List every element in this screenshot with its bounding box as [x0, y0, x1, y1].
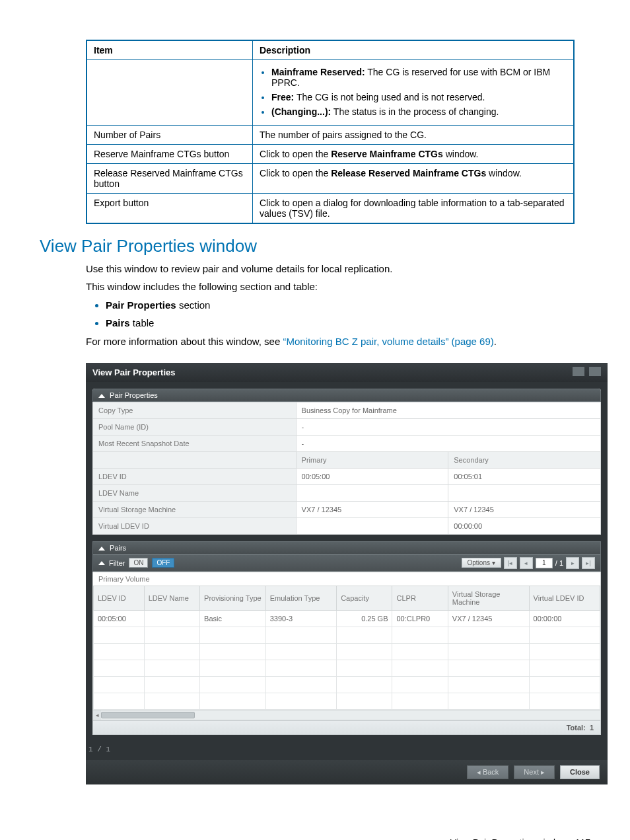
options-button[interactable]: Options ▾ [462, 558, 501, 568]
filter-label: Filter [109, 559, 125, 567]
horizontal-scrollbar[interactable]: ◂ [93, 710, 600, 720]
intro-p2: This window includes the following secti… [86, 280, 590, 295]
value-vsm-secondary: VX7 / 12345 [448, 501, 601, 517]
cell-item-empty [87, 60, 253, 126]
intro-li2: Pairs table [106, 316, 590, 331]
filter-off-button[interactable]: OFF [152, 558, 174, 568]
pairs-header[interactable]: Pairs [92, 541, 601, 554]
back-button[interactable]: ◂ Back [467, 765, 509, 779]
label-ldev-id: LDEV ID [93, 468, 297, 484]
label-pool: Pool Name (ID) [93, 418, 297, 435]
page-next-button[interactable]: ▸ [566, 557, 579, 569]
section-title: View Pair Properties window [40, 236, 590, 256]
table-row [94, 627, 600, 643]
page-total: / 1 [555, 559, 563, 567]
value-ldev-name-secondary [448, 484, 601, 501]
label-snapshot-date: Most Recent Snapshot Date [93, 435, 297, 451]
cell-item: Number of Pairs [87, 126, 253, 145]
intro-p3: For more information about this window, … [86, 334, 590, 350]
filter-toggle-icon[interactable] [98, 561, 105, 565]
pairs-grid: LDEV ID LDEV Name Provisioning Type Emul… [93, 586, 600, 710]
col-capacity[interactable]: Capacity [337, 586, 392, 610]
collapse-icon [98, 394, 105, 398]
col-emul-type[interactable]: Emulation Type [265, 586, 336, 610]
grid-caption: Primary Volume [93, 572, 600, 586]
label-copy-type: Copy Type [93, 402, 297, 418]
cell-item: Export button [87, 194, 253, 224]
table-row [94, 643, 600, 660]
cell-item: Release Reserved Mainframe CTGs button [87, 164, 253, 194]
table-row [94, 693, 600, 709]
page-footer: View Pair Properties window 117 [40, 837, 590, 841]
cell-item: Reserve Mainframe CTGs button [87, 145, 253, 164]
col-clpr[interactable]: CLPR [392, 586, 448, 610]
pair-properties-table: Copy Type Business Copy for Mainframe Po… [92, 402, 601, 535]
value-ldev-id-secondary: 00:05:01 [448, 468, 601, 484]
col-ldev-id[interactable]: LDEV ID [94, 586, 145, 610]
value-pool: - [296, 418, 600, 435]
value-vsm-primary: VX7 / 12345 [296, 501, 448, 517]
col-desc-header: Description [253, 40, 575, 60]
close-button[interactable]: Close [560, 765, 600, 779]
next-button[interactable]: Next ▸ [514, 765, 555, 779]
pair-properties-header[interactable]: Pair Properties [92, 389, 601, 402]
window-title: View Pair Properties [92, 367, 176, 377]
page-prev-button[interactable]: ◂ [520, 557, 533, 569]
cell-desc: The number of pairs assigned to the CG. [253, 126, 575, 145]
col-prov-type[interactable]: Provisioning Type [200, 586, 266, 610]
label-ldev-name: LDEV Name [93, 484, 297, 501]
header-primary: Primary [296, 451, 448, 468]
page-indicator: 1 / 1 [86, 742, 608, 760]
cell-desc: Click to open the Release Reserved Mainf… [253, 164, 575, 194]
intro-li1: Pair Properties section [106, 298, 590, 313]
value-ldev-id-primary: 00:05:00 [296, 468, 448, 484]
scroll-left-icon[interactable]: ◂ [93, 710, 101, 720]
label-vsm: Virtual Storage Machine [93, 501, 297, 517]
collapse-icon [98, 547, 105, 551]
window-maximize-icon[interactable] [589, 367, 601, 376]
value-snapshot-date: - [296, 435, 600, 451]
col-virtual-ldev[interactable]: Virtual LDEV ID [529, 586, 600, 610]
col-item-header: Item [87, 40, 253, 60]
table-row [94, 676, 600, 693]
col-vsm[interactable]: Virtual Storage Machine [448, 586, 529, 610]
page-first-button[interactable]: |◂ [504, 557, 517, 569]
cell-status-list: Mainframe Reserved: The CG is reserved f… [253, 60, 575, 126]
header-secondary: Secondary [448, 451, 601, 468]
cell-desc: Click to open the Reserve Mainframe CTGs… [253, 145, 575, 164]
intro-p1: Use this window to review pair and volum… [86, 262, 590, 277]
value-copy-type: Business Copy for Mainframe [296, 402, 600, 418]
view-pair-properties-window: View Pair Properties Pair Properties Cop… [86, 363, 608, 784]
page-last-button[interactable]: ▸| [582, 557, 595, 569]
value-virtual-ldev-primary [296, 517, 448, 534]
cell-desc: Click to open a dialog for downloading t… [253, 194, 575, 224]
window-action-icon[interactable] [573, 367, 584, 376]
label-virtual-ldev: Virtual LDEV ID [93, 517, 297, 534]
filter-on-button[interactable]: ON [129, 558, 148, 568]
table-row[interactable]: 00:05:00 Basic 3390-3 0.25 GB 00:CLPR0 V… [94, 610, 600, 627]
col-ldev-name[interactable]: LDEV Name [144, 586, 199, 610]
page-input[interactable]: 1 [536, 558, 553, 568]
table-row [94, 660, 600, 676]
description-table: Item Description Mainframe Reserved: The… [86, 40, 575, 224]
monitoring-link[interactable]: “Monitoring BC Z pair, volume details” (… [283, 336, 493, 347]
value-ldev-name-primary [296, 484, 448, 501]
total-row: Total: 1 [92, 720, 601, 735]
scroll-thumb[interactable] [101, 712, 195, 718]
value-virtual-ldev-secondary: 00:00:00 [448, 517, 601, 534]
